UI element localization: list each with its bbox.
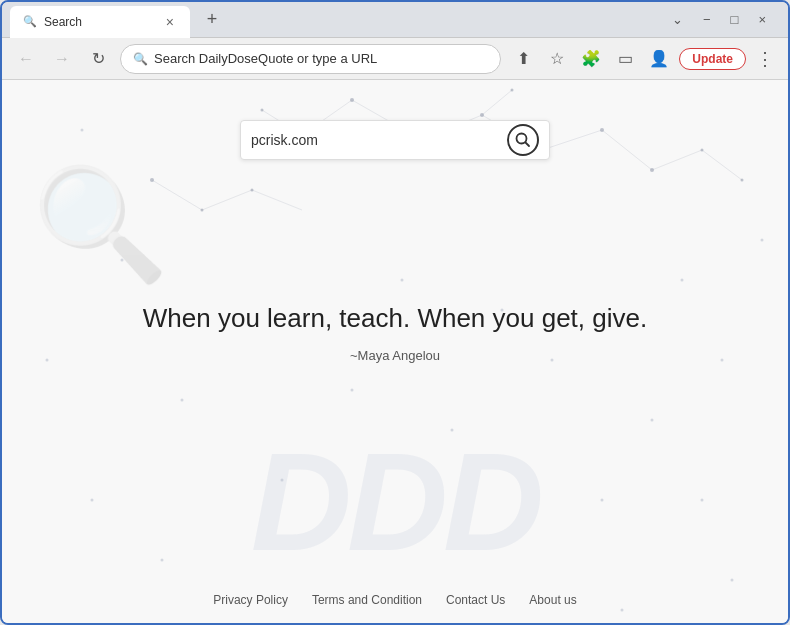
privacy-policy-link[interactable]: Privacy Policy: [213, 593, 288, 607]
quote-section: When you learn, teach. When you get, giv…: [63, 300, 727, 363]
about-link[interactable]: About us: [529, 593, 576, 607]
svg-line-49: [526, 143, 530, 147]
svg-point-45: [601, 499, 604, 502]
new-tab-button[interactable]: +: [198, 6, 226, 34]
svg-line-12: [252, 190, 302, 210]
svg-point-18: [650, 168, 654, 172]
sidebar-icon[interactable]: ▭: [611, 45, 639, 73]
svg-point-35: [761, 239, 764, 242]
search-section: [2, 120, 788, 160]
page-footer: Privacy Policy Terms and Condition Conta…: [2, 593, 788, 607]
svg-point-23: [741, 179, 744, 182]
tab-close-button[interactable]: ×: [162, 12, 178, 32]
extension-icon[interactable]: 🧩: [577, 45, 605, 73]
svg-point-36: [651, 419, 654, 422]
svg-point-38: [731, 579, 734, 582]
svg-point-15: [480, 113, 484, 117]
back-button[interactable]: ←: [12, 45, 40, 73]
svg-point-42: [451, 429, 454, 432]
svg-point-30: [181, 399, 184, 402]
reload-button[interactable]: ↻: [84, 45, 112, 73]
contact-link[interactable]: Contact Us: [446, 593, 505, 607]
search-box[interactable]: [240, 120, 550, 160]
update-button[interactable]: Update: [679, 48, 746, 70]
toolbar-icons: ⬆ ☆ 🧩 ▭ 👤 Update ⋮: [509, 44, 778, 74]
watermark-search: 🔍: [32, 160, 169, 289]
tab-title: Search: [44, 15, 82, 29]
svg-point-13: [350, 98, 354, 102]
svg-line-11: [202, 190, 252, 210]
minimize-button[interactable]: −: [697, 10, 717, 29]
browser-window: 🔍 Search × + ⌄ − □ × ← → ↻ 🔍 Search Dail…: [0, 0, 790, 625]
page-content: 🔍 DDD When you learn, teach. When you ge…: [2, 80, 788, 623]
svg-line-5: [482, 90, 512, 115]
svg-line-10: [152, 180, 202, 210]
search-icon: 🔍: [133, 52, 148, 66]
svg-point-31: [91, 499, 94, 502]
window-controls: ⌄ − □ ×: [666, 10, 780, 29]
tab-favicon: 🔍: [22, 14, 38, 30]
forward-button[interactable]: →: [48, 45, 76, 73]
address-text: Search DailyDoseQuote or type a URL: [154, 51, 488, 66]
svg-point-26: [150, 178, 154, 182]
svg-point-33: [681, 279, 684, 282]
svg-point-19: [511, 89, 514, 92]
browser-menu-button[interactable]: ⋮: [752, 44, 778, 74]
svg-point-29: [46, 359, 49, 362]
svg-point-44: [281, 479, 284, 482]
svg-point-41: [351, 389, 354, 392]
svg-point-37: [701, 499, 704, 502]
quote-author: ~Maya Angelou: [143, 348, 647, 363]
active-tab[interactable]: 🔍 Search ×: [10, 6, 190, 38]
bookmark-icon[interactable]: ☆: [543, 45, 571, 73]
svg-point-32: [161, 559, 164, 562]
svg-point-47: [621, 609, 624, 612]
search-input[interactable]: [251, 132, 507, 148]
quote-text: When you learn, teach. When you get, giv…: [143, 300, 647, 336]
maximize-button[interactable]: □: [725, 10, 745, 29]
svg-point-28: [121, 259, 124, 262]
share-icon[interactable]: ⬆: [509, 45, 537, 73]
title-bar: 🔍 Search × + ⌄ − □ ×: [2, 2, 788, 38]
profile-icon[interactable]: 👤: [645, 45, 673, 73]
svg-point-39: [401, 279, 404, 282]
address-bar-row: ← → ↻ 🔍 Search DailyDoseQuote or type a …: [2, 38, 788, 80]
svg-point-25: [251, 189, 254, 192]
address-bar[interactable]: 🔍 Search DailyDoseQuote or type a URL: [120, 44, 501, 74]
search-submit-button[interactable]: [507, 124, 539, 156]
terms-link[interactable]: Terms and Condition: [312, 593, 422, 607]
svg-point-24: [201, 209, 204, 212]
svg-point-21: [261, 109, 264, 112]
close-button[interactable]: ×: [752, 10, 772, 29]
watermark-logo: DDD: [251, 421, 539, 583]
chevron-down-icon[interactable]: ⌄: [666, 10, 689, 29]
